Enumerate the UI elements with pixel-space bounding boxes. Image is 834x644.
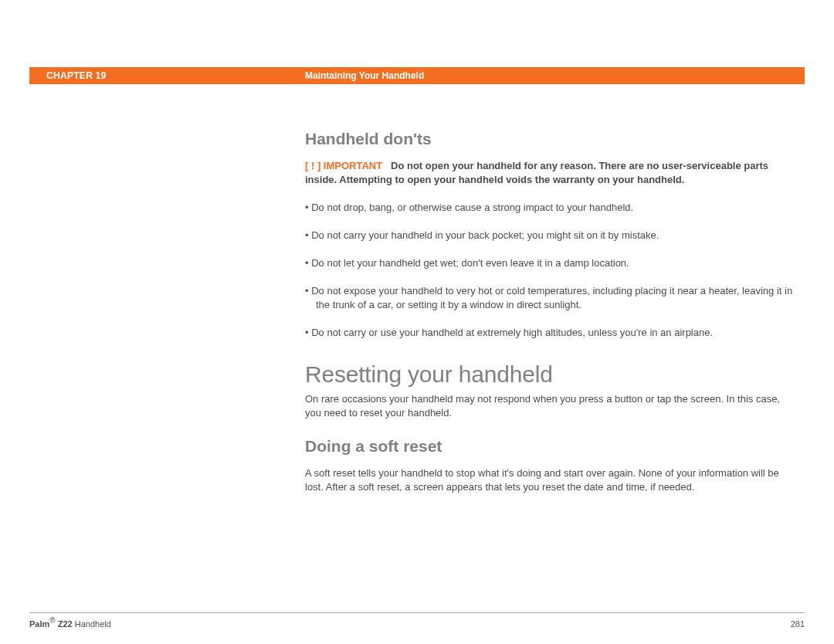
registered-icon: ®: [49, 616, 55, 625]
list-item: Do not drop, bang, or otherwise cause a …: [305, 201, 798, 215]
chapter-header-bar: CHAPTER 19 Maintaining Your Handheld: [29, 67, 805, 84]
chapter-label: CHAPTER 19: [46, 70, 107, 81]
list-item: Do not let your handheld get wet; don't …: [305, 256, 798, 270]
important-tag: [ ! ] IMPORTANT: [305, 160, 382, 171]
page-number: 281: [791, 619, 805, 629]
heading-soft-reset: Doing a soft reset: [305, 437, 798, 456]
important-callout: [ ! ] IMPORTANT Do not open your handhel…: [305, 159, 798, 187]
footer-brand: Palm: [29, 619, 49, 629]
page-footer: Palm® Z22 Handheld 281: [29, 612, 805, 629]
soft-reset-body: A soft reset tells your handheld to stop…: [305, 466, 798, 494]
page-content: Handheld don'ts [ ! ] IMPORTANT Do not o…: [305, 130, 798, 505]
donts-list: Do not drop, bang, or otherwise cause a …: [305, 201, 798, 340]
list-item: Do not expose your handheld to very hot …: [305, 284, 798, 312]
list-item: Do not carry or use your handheld at ext…: [305, 326, 798, 340]
resetting-intro: On rare occasions your handheld may not …: [305, 392, 798, 420]
footer-product: Palm® Z22 Handheld: [29, 619, 111, 629]
footer-suffix: Handheld: [73, 619, 111, 629]
heading-resetting: Resetting your handheld: [305, 361, 798, 388]
chapter-title: Maintaining Your Handheld: [305, 70, 424, 81]
footer-model: Z22: [56, 619, 73, 629]
document-page: CHAPTER 19 Maintaining Your Handheld Han…: [0, 0, 834, 644]
heading-donts: Handheld don'ts: [305, 130, 798, 148]
list-item: Do not carry your handheld in your back …: [305, 229, 798, 242]
